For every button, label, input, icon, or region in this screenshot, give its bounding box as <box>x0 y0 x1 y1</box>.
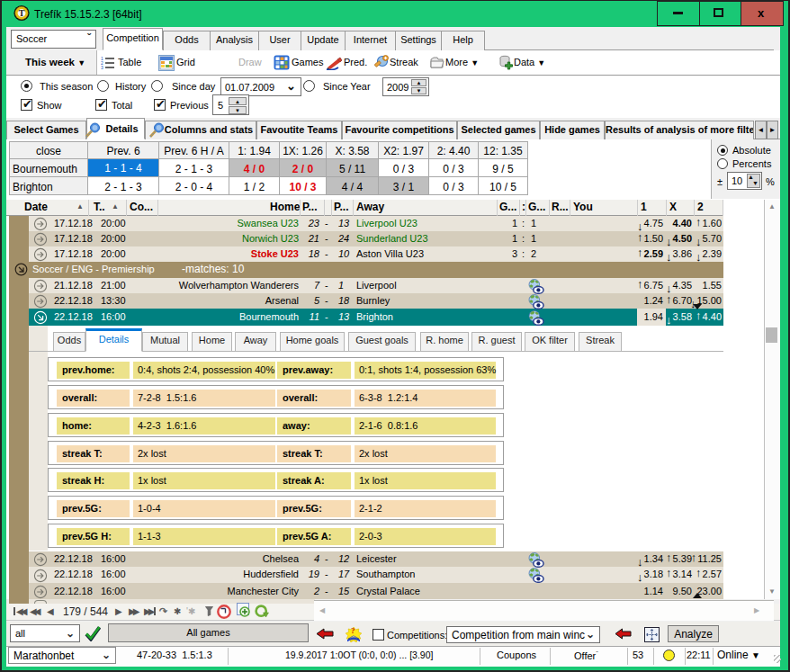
svg-text:3: 3 <box>101 65 103 70</box>
svg-text:T: T <box>19 8 25 18</box>
svg-text:?: ? <box>351 626 355 635</box>
